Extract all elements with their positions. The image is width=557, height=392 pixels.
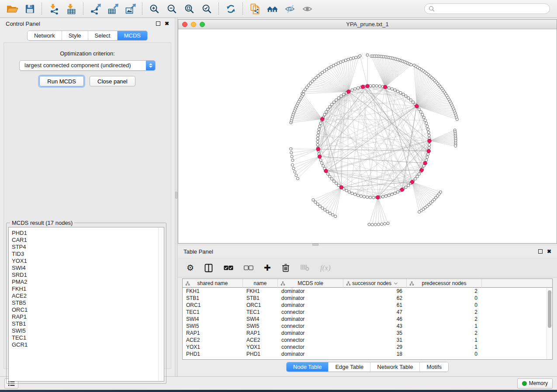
dominator-node[interactable] xyxy=(316,148,320,151)
minimize-window-button[interactable] xyxy=(191,22,196,27)
scrollbar-thumb[interactable] xyxy=(548,290,551,328)
list-item[interactable]: PHD1 xyxy=(12,230,164,237)
table-row[interactable]: STB1STB1dominator620 xyxy=(183,295,552,302)
delete-table-button[interactable] xyxy=(301,261,310,275)
list-item[interactable]: YOX1 xyxy=(12,258,164,265)
tab-network[interactable]: Network xyxy=(28,31,62,40)
table-row[interactable]: RAP1RAP1dominator352 xyxy=(183,330,552,337)
list-item[interactable]: SWI5 xyxy=(12,327,164,334)
zoom-fit-button[interactable] xyxy=(180,1,198,16)
import-network-button[interactable] xyxy=(45,1,62,16)
list-item[interactable]: FKH1 xyxy=(12,285,164,292)
clone-network-button[interactable] xyxy=(246,1,263,16)
column-header-MCDS-role[interactable]: MCDS role xyxy=(278,279,343,288)
maximize-window-button[interactable] xyxy=(200,22,205,27)
tab-motifs[interactable]: Motifs xyxy=(419,362,448,371)
divider-grip[interactable] xyxy=(175,192,177,199)
add-column-button[interactable]: ✚ xyxy=(264,261,271,275)
table-row[interactable]: FKH1FKH1dominator962 xyxy=(183,288,552,295)
show-all-button[interactable] xyxy=(298,1,316,16)
criterion-dropdown[interactable]: largest connected component (undirected) xyxy=(19,60,156,71)
divider-grip[interactable] xyxy=(312,244,318,246)
list-item[interactable]: ACE2 xyxy=(12,292,164,299)
horizontal-panel-divider[interactable] xyxy=(178,244,557,246)
dominator-node[interactable] xyxy=(339,186,343,189)
export-network-button[interactable] xyxy=(86,1,104,16)
table-row[interactable]: SWI5SWI5connector431 xyxy=(183,323,552,330)
run-mcds-button[interactable]: Run MCDS xyxy=(39,76,84,86)
hide-selected-button[interactable] xyxy=(281,1,298,16)
tab-mcds[interactable]: MCDS xyxy=(117,31,147,40)
close-panel-icon[interactable]: ✖ xyxy=(165,21,169,26)
column-header-name[interactable]: name xyxy=(243,279,278,288)
show-column-panel-button[interactable] xyxy=(204,261,213,275)
memory-button[interactable]: Memory xyxy=(517,378,553,389)
dominator-node[interactable] xyxy=(321,117,324,121)
list-item[interactable]: ORC1 xyxy=(12,306,164,313)
export-table-button[interactable] xyxy=(104,1,121,16)
table-row[interactable]: ORC1ORC1dominator610 xyxy=(183,302,552,309)
dominator-node[interactable] xyxy=(318,155,322,158)
list-scrollbar[interactable] xyxy=(158,228,163,381)
table-scrollbar[interactable] xyxy=(547,288,552,359)
list-item[interactable]: STB1 xyxy=(12,320,164,327)
apply-layout-button[interactable] xyxy=(222,1,239,16)
zoom-in-button[interactable] xyxy=(145,1,163,16)
function-builder-button[interactable]: f(x) xyxy=(320,261,331,275)
close-panel-icon[interactable]: ✖ xyxy=(547,249,551,254)
first-neighbors-button[interactable] xyxy=(263,1,281,16)
list-item[interactable]: SRD1 xyxy=(12,272,164,279)
dominator-node[interactable] xyxy=(324,169,328,172)
dominator-node[interactable] xyxy=(420,168,423,172)
column-header-predecessor-nodes[interactable]: predecessor nodes xyxy=(407,279,482,288)
dominator-node[interactable] xyxy=(423,162,427,165)
save-session-button[interactable] xyxy=(21,1,38,16)
dominator-node[interactable] xyxy=(427,149,430,153)
delete-column-button[interactable] xyxy=(281,261,290,275)
list-item[interactable]: GCR1 xyxy=(12,341,164,348)
table-row[interactable]: TEC1TEC1connector472 xyxy=(183,309,552,316)
settings-gear-button[interactable]: ⚙ xyxy=(187,261,194,275)
deselect-all-rows-button[interactable] xyxy=(244,261,253,275)
search-input[interactable] xyxy=(437,5,546,12)
list-item[interactable]: STP4 xyxy=(12,244,164,251)
dominator-node[interactable] xyxy=(428,139,431,142)
export-image-button[interactable] xyxy=(121,1,139,16)
table-row[interactable]: SWI4SWI4dominator462 xyxy=(183,316,552,323)
table-row[interactable]: ACE2ACE2connector311 xyxy=(183,337,552,344)
zoom-out-button[interactable] xyxy=(163,1,180,16)
network-canvas[interactable] xyxy=(178,29,557,243)
list-item[interactable]: TID3 xyxy=(12,251,164,258)
list-item[interactable]: CAR1 xyxy=(12,237,164,244)
dominator-node[interactable] xyxy=(366,84,369,88)
search-box[interactable] xyxy=(424,3,550,14)
dominator-node[interactable] xyxy=(376,196,380,199)
tab-network-table[interactable]: Network Table xyxy=(370,362,419,371)
dominator-node[interactable] xyxy=(347,90,350,93)
tab-edge-table[interactable]: Edge Table xyxy=(328,362,370,371)
open-file-button[interactable] xyxy=(3,1,21,16)
dominator-node[interactable] xyxy=(383,85,387,89)
tab-style[interactable]: Style xyxy=(62,31,88,40)
table-row[interactable]: YOX1YOX1connector291 xyxy=(183,344,552,351)
float-panel-icon[interactable] xyxy=(538,249,543,254)
close-window-button[interactable] xyxy=(182,22,187,27)
tab-node-table[interactable]: Node Table xyxy=(287,362,329,371)
tab-select[interactable]: Select xyxy=(88,31,117,40)
table-row[interactable]: PHD1PHD1dominator180 xyxy=(183,351,552,358)
list-item[interactable]: STB5 xyxy=(12,299,164,306)
dominator-node[interactable] xyxy=(415,104,419,108)
close-panel-button[interactable]: Close panel xyxy=(90,76,135,86)
network-titlebar[interactable]: YPA_prune.txt_1 xyxy=(178,20,557,29)
list-item[interactable]: PMA2 xyxy=(12,279,164,285)
dominator-node[interactable] xyxy=(410,180,414,184)
vertical-panel-divider[interactable] xyxy=(175,18,178,376)
list-item[interactable]: TEC1 xyxy=(12,334,164,341)
import-table-button[interactable] xyxy=(62,1,80,16)
select-all-rows-button[interactable] xyxy=(224,261,233,275)
column-header-shared-name[interactable]: shared name xyxy=(183,279,243,288)
column-header-successor-nodes[interactable]: successor nodes xyxy=(343,279,407,288)
dominator-node[interactable] xyxy=(361,85,364,89)
list-item[interactable]: SWI4 xyxy=(12,265,164,272)
list-item[interactable]: RAP1 xyxy=(12,313,164,320)
